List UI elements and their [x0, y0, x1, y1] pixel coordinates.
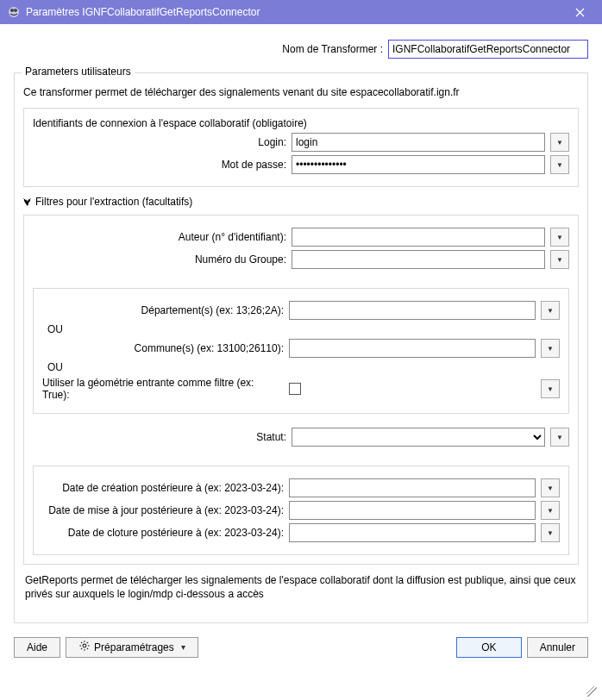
filters-toggle[interactable]: ⮟ Filtres pour l'extraction (facultatifs… [23, 196, 579, 208]
geometry-options-button[interactable]: ▼ [541, 379, 560, 398]
chevron-down-icon: ⮟ [23, 197, 32, 207]
close-button[interactable] [561, 0, 599, 24]
caret-down-icon: ▼ [547, 385, 554, 393]
svg-line-10 [87, 642, 88, 643]
caret-down-icon: ▼ [556, 434, 563, 441]
caret-down-icon: ▼ [556, 139, 563, 147]
geometry-row: Utiliser la géométrie entrante comme fil… [42, 377, 560, 401]
statut-select[interactable] [292, 428, 545, 447]
password-row: Mot de passe: ▼ [33, 155, 569, 174]
ou-text-1: OU [47, 323, 560, 335]
dates-group: Date de création postérieure à (ex: 2023… [33, 466, 569, 555]
statut-row: Statut: ▼ [33, 428, 569, 447]
date-create-input[interactable] [289, 478, 536, 497]
commune-options-button[interactable]: ▼ [541, 339, 560, 358]
author-label: Auteur (n° d'identifiant): [33, 231, 292, 243]
svg-point-1 [10, 9, 14, 12]
commune-label: Commune(s) (ex: 13100;26110): [42, 342, 289, 354]
geometry-label: Utiliser la géométrie entrante comme fil… [42, 377, 289, 401]
note-text: GetReports permet de télécharger les sig… [25, 573, 577, 601]
group-input[interactable] [292, 250, 545, 269]
login-label: Login: [33, 136, 292, 148]
svg-line-9 [87, 648, 88, 649]
statut-label: Statut: [33, 431, 292, 443]
transformer-name-row: Nom de Transformer : [14, 40, 588, 59]
svg-point-2 [14, 9, 17, 12]
dialog-window: Paramètres IGNFCollaboratifGetReportsCon… [0, 0, 602, 700]
author-row: Auteur (n° d'identifiant): ▼ [33, 228, 569, 247]
password-input[interactable] [292, 155, 545, 174]
svg-line-11 [81, 648, 82, 649]
caret-down-icon: ▼ [556, 161, 563, 169]
dept-options-button[interactable]: ▼ [541, 301, 560, 320]
date-update-row: Date de mise à jour postérieure à (ex: 2… [42, 501, 560, 520]
login-row: Login: ▼ [33, 133, 569, 152]
caret-down-icon: ▼ [547, 484, 554, 492]
svg-point-3 [83, 644, 86, 647]
titlebar: Paramètres IGNFCollaboratifGetReportsCon… [0, 0, 602, 24]
password-label: Mot de passe: [33, 159, 292, 171]
dialog-content: Nom de Transformer : Parameters utilisat… [0, 24, 602, 670]
statut-options-button[interactable]: ▼ [550, 428, 569, 447]
ou-text-2: OU [47, 361, 560, 373]
window-title: Paramètres IGNFCollaboratifGetReportsCon… [26, 6, 561, 18]
caret-down-icon: ▼ [556, 256, 563, 264]
group-options-button[interactable]: ▼ [550, 250, 569, 269]
group-row: Numéro du Groupe: ▼ [33, 250, 569, 269]
geo-filter-group: Département(s) (ex: 13;26;2A): ▼ OU Comm… [33, 288, 569, 414]
filters-toggle-label: Filtres pour l'extraction (facultatifs) [35, 196, 192, 208]
svg-line-8 [81, 642, 82, 643]
caret-down-icon: ▼ [547, 507, 554, 515]
author-input[interactable] [292, 228, 545, 247]
login-input[interactable] [292, 133, 545, 152]
close-icon [575, 8, 585, 17]
app-icon [7, 5, 21, 19]
credentials-group: Identifiants de connexion à l'espace col… [23, 108, 579, 187]
date-create-row: Date de création postérieure à (ex: 2023… [42, 478, 560, 497]
date-create-label: Date de création postérieure à (ex: 2023… [42, 482, 289, 494]
dept-input[interactable] [289, 301, 536, 320]
help-button[interactable]: Aide [14, 637, 60, 658]
cancel-button[interactable]: Annuler [527, 637, 588, 658]
date-close-label: Date de cloture postérieure à (ex: 2023-… [42, 527, 289, 539]
group-label: Numéro du Groupe: [33, 253, 292, 266]
caret-down-icon: ▼ [556, 234, 563, 241]
presets-button[interactable]: Préparamétrages [66, 637, 198, 658]
date-update-options-button[interactable]: ▼ [541, 501, 560, 520]
presets-label: Préparamétrages [94, 641, 174, 653]
date-close-input[interactable] [289, 523, 536, 542]
caret-down-icon: ▼ [547, 307, 554, 315]
filters-group: Auteur (n° d'identifiant): ▼ Numéro du G… [23, 215, 579, 565]
resize-grip[interactable] [586, 686, 597, 697]
credentials-legend: Identifiants de connexion à l'espace col… [33, 117, 569, 129]
caret-down-icon: ▼ [547, 529, 554, 537]
geometry-checkbox[interactable] [289, 383, 301, 395]
button-bar: Aide Préparamétrages OK Annuler [14, 634, 588, 658]
transformer-name-input[interactable] [388, 40, 588, 59]
author-options-button[interactable]: ▼ [550, 228, 569, 247]
commune-input[interactable] [289, 339, 536, 358]
date-create-options-button[interactable]: ▼ [541, 478, 560, 497]
date-update-input[interactable] [289, 501, 536, 520]
user-parameters-description: Ce transformer permet de télécharger des… [23, 85, 579, 99]
dept-row: Département(s) (ex: 13;26;2A): ▼ [42, 301, 560, 320]
user-parameters-legend: Parameters utilisateurs [22, 66, 135, 78]
user-parameters-group: Parameters utilisateurs Ce transformer p… [14, 72, 588, 623]
date-update-label: Date de mise à jour postérieure à (ex: 2… [42, 504, 289, 516]
ok-button[interactable]: OK [456, 637, 521, 658]
login-options-button[interactable]: ▼ [550, 133, 569, 152]
transformer-label: Nom de Transformer : [129, 43, 388, 55]
date-close-row: Date de cloture postérieure à (ex: 2023-… [42, 523, 560, 542]
caret-down-icon: ▼ [547, 345, 554, 353]
password-options-button[interactable]: ▼ [550, 155, 569, 174]
gear-icon [78, 640, 91, 654]
commune-row: Commune(s) (ex: 13100;26110): ▼ [42, 339, 560, 358]
dept-label: Département(s) (ex: 13;26;2A): [42, 304, 289, 316]
date-close-options-button[interactable]: ▼ [541, 523, 560, 542]
